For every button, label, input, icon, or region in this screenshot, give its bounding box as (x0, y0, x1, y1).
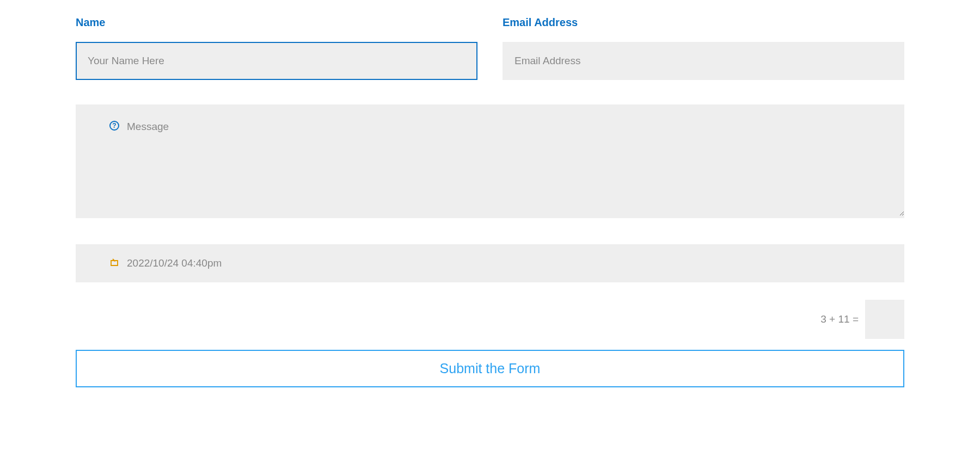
datetime-input[interactable] (76, 244, 904, 282)
email-field-group: Email Address (503, 16, 904, 80)
captcha-row: 3 + 11 = (76, 300, 904, 339)
message-textarea[interactable] (76, 104, 904, 216)
name-email-row: Name Email Address (76, 16, 904, 80)
captcha-question: 3 + 11 = (820, 313, 859, 325)
email-input[interactable] (503, 42, 904, 80)
message-field-group: ? (76, 104, 904, 218)
contact-form: Name Email Address ? 3 + 11 = Submit the… (76, 16, 904, 387)
datetime-field-group (76, 244, 904, 282)
captcha-input[interactable] (865, 300, 904, 339)
name-label: Name (76, 16, 477, 29)
email-label: Email Address (503, 16, 904, 29)
name-input[interactable] (76, 42, 477, 80)
name-field-group: Name (76, 16, 477, 80)
submit-button[interactable]: Submit the Form (76, 350, 904, 387)
